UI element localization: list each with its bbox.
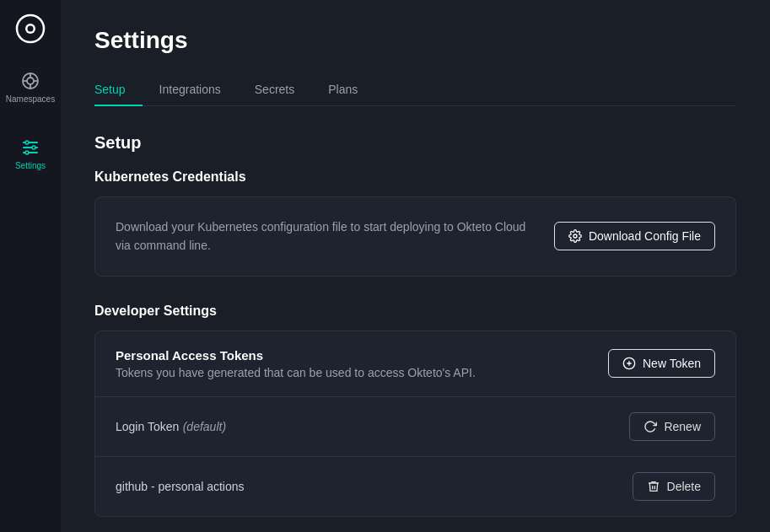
svg-point-1 — [28, 26, 34, 32]
sidebar: Namespaces Settings — [0, 0, 61, 532]
kubernetes-description: Download your Kubernetes configuration f… — [116, 218, 534, 255]
personal-access-tokens-header: Personal Access Tokens Tokens you have g… — [95, 331, 735, 397]
svg-point-12 — [32, 146, 35, 149]
svg-point-14 — [573, 234, 577, 238]
tab-setup[interactable]: Setup — [94, 74, 143, 106]
plus-circle-icon — [622, 357, 636, 370]
logo[interactable] — [15, 13, 46, 44]
settings-icon — [20, 137, 40, 158]
token-login-name-group: Login Token (default) — [116, 419, 226, 434]
tab-secrets[interactable]: Secrets — [238, 74, 311, 106]
token-github-name: github - personal actions — [116, 480, 245, 493]
renew-icon — [643, 420, 657, 433]
download-config-button[interactable]: Download Config File — [554, 222, 715, 250]
developer-settings-card: Personal Access Tokens Tokens you have g… — [94, 330, 736, 517]
svg-point-11 — [25, 141, 29, 144]
main-content: Settings Setup Integrations Secrets Plan… — [61, 0, 770, 532]
tab-integrations[interactable]: Integrations — [143, 74, 238, 106]
kubernetes-card: Download your Kubernetes configuration f… — [94, 196, 736, 277]
download-config-label: Download Config File — [589, 229, 701, 243]
sidebar-item-namespaces-label: Namespaces — [6, 94, 55, 104]
namespace-icon — [20, 71, 40, 91]
svg-point-3 — [27, 78, 34, 84]
pat-header-left: Personal Access Tokens Tokens you have g… — [116, 348, 476, 379]
delete-label: Delete — [667, 480, 701, 493]
pat-title: Personal Access Tokens — [116, 348, 476, 363]
delete-token-button[interactable]: Delete — [633, 472, 715, 501]
sidebar-item-settings[interactable]: Settings — [0, 131, 61, 177]
sidebar-item-settings-label: Settings — [15, 161, 46, 170]
kubernetes-credentials-heading: Kubernetes Credentials — [94, 169, 736, 185]
renew-token-button[interactable]: Renew — [629, 412, 715, 441]
token-login-default: (default) — [183, 420, 226, 433]
trash-icon — [647, 480, 660, 493]
tab-plans[interactable]: Plans — [311, 74, 374, 106]
new-token-button[interactable]: New Token — [608, 349, 715, 378]
svg-point-13 — [25, 151, 29, 154]
tabs-bar: Setup Integrations Secrets Plans — [94, 74, 736, 106]
page-title: Settings — [94, 27, 736, 54]
token-row-github: github - personal actions Delete — [95, 457, 735, 516]
gear-icon — [568, 229, 582, 243]
pat-description: Tokens you have generated that can be us… — [116, 366, 476, 379]
developer-settings-heading: Developer Settings — [94, 304, 736, 319]
renew-label: Renew — [664, 420, 701, 433]
sidebar-item-namespaces[interactable]: Namespaces — [0, 64, 61, 110]
token-row-login: Login Token (default) Renew — [95, 397, 735, 457]
content-area: Settings Setup Integrations Secrets Plan… — [61, 0, 770, 532]
new-token-label: New Token — [643, 357, 701, 370]
setup-section-title: Setup — [94, 133, 736, 153]
token-login-name: Login Token — [116, 420, 179, 433]
